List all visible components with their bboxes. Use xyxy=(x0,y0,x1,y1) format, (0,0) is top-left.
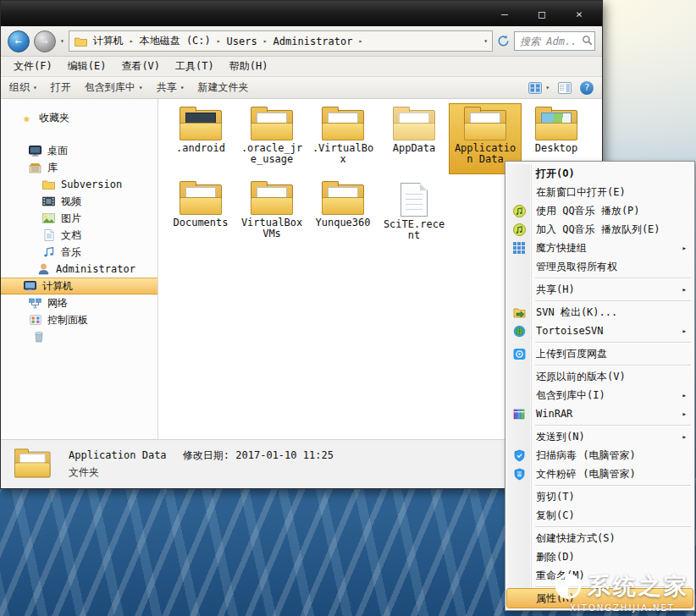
file-documents[interactable]: Documents xyxy=(165,179,236,248)
submenu-arrow-icon: ▸ xyxy=(682,391,687,399)
site-name: 系统之家 xyxy=(588,571,689,602)
menu-item-tortoisesvn[interactable]: TortoiseSVN ▸ xyxy=(507,322,693,340)
minimize-button[interactable]: — xyxy=(497,8,512,20)
address-bar[interactable]: 计算机 ▸ 本地磁盘 (C:) ▸ Users ▸ Administrator … xyxy=(69,30,493,52)
location-folder-icon xyxy=(74,36,88,47)
search-icon xyxy=(582,35,593,48)
menu-item-open-new-window[interactable]: 在新窗口中打开(E) xyxy=(507,183,693,201)
folder-icon xyxy=(251,184,293,215)
menu-item-qq-music-play[interactable]: 使用 QQ音乐 播放(P) xyxy=(507,201,693,220)
details-modified-date: 修改日期: 2017-01-10 11:25 xyxy=(183,449,334,461)
organize-button[interactable]: 组织 ▾ xyxy=(9,80,37,95)
file-yunque360[interactable]: Yunque360 xyxy=(307,179,378,248)
close-button[interactable]: × xyxy=(572,8,587,20)
sidebar-item-videos[interactable]: 视频 xyxy=(1,193,157,210)
folder-icon xyxy=(180,110,222,140)
pc-manager-icon xyxy=(512,448,526,462)
search-box xyxy=(514,31,595,51)
menu-edit[interactable]: 编辑(E) xyxy=(60,58,114,75)
menu-item-cut[interactable]: 剪切(T) xyxy=(507,487,693,506)
menu-item-upload-baidu-netdisk[interactable]: 上传到百度网盘 xyxy=(507,344,693,363)
file-scite-recent[interactable]: SciTE.recent xyxy=(378,179,450,248)
menu-item-winrar[interactable]: WinRAR ▸ xyxy=(507,404,693,423)
file-virtualbox[interactable]: .VirtualBox xyxy=(307,104,378,173)
menu-item-include-in-library[interactable]: 包含到库中(I) ▸ xyxy=(507,386,693,404)
menu-item-copy[interactable]: 复制(C) xyxy=(507,506,693,525)
menu-item-take-ownership[interactable]: 管理员取得所有权 xyxy=(507,257,693,276)
menu-item-svn-checkout[interactable]: SVN 检出(K)... xyxy=(507,303,693,322)
sidebar-item-recycle-bin[interactable] xyxy=(1,328,157,345)
sidebar-item-label: 桌面 xyxy=(47,144,68,158)
share-label: 共享 xyxy=(157,80,177,95)
sidebar-item-pictures[interactable]: 图片 xyxy=(1,210,157,227)
menu-tools[interactable]: 工具(T) xyxy=(168,58,222,75)
forward-button[interactable]: → xyxy=(34,30,56,52)
sidebar-item-subversion[interactable]: Subversion xyxy=(1,176,157,193)
menu-item-create-shortcut[interactable]: 创建快捷方式(S) xyxy=(507,529,693,547)
back-button[interactable]: ← xyxy=(8,30,30,52)
watermark: 系统之家 XITONGZHIJIA.NET xyxy=(555,571,689,613)
share-button[interactable]: 共享 ▾ xyxy=(157,80,185,95)
sidebar-item-network[interactable]: 网络 xyxy=(1,294,157,311)
include-label: 包含到库中 xyxy=(85,80,135,95)
menu-item-mofang-quick-group[interactable]: 魔方快捷组 ▸ xyxy=(507,239,693,257)
menu-item-delete[interactable]: 删除(D) xyxy=(507,547,693,566)
submenu-arrow-icon: ▸ xyxy=(682,327,687,335)
menu-item-scan-virus[interactable]: 扫描病毒 (电脑管家) xyxy=(507,446,693,465)
menu-help[interactable]: 帮助(H) xyxy=(222,58,276,75)
file-android[interactable]: .android xyxy=(165,104,236,173)
sidebar-item-music[interactable]: 音乐 xyxy=(1,244,157,261)
site-url: XITONGZHIJIA.NET xyxy=(555,603,689,613)
include-in-library-button[interactable]: 包含到库中 ▾ xyxy=(85,80,143,95)
menu-item-qq-music-queue[interactable]: 加入 QQ音乐 播放队列(E) xyxy=(507,220,693,239)
breadcrumb-administrator[interactable]: Administrator xyxy=(269,35,357,48)
refresh-icon xyxy=(497,35,510,47)
change-view-button[interactable]: ▾ xyxy=(528,82,550,94)
menu-item-share[interactable]: 共享(H) ▸ xyxy=(507,280,693,299)
menu-item-send-to[interactable]: 发送到(N) ▸ xyxy=(507,427,693,446)
title-bar: — □ × xyxy=(1,1,602,26)
breadcrumb-local-disk-c[interactable]: 本地磁盘 (C:) xyxy=(135,33,215,49)
new-folder-button[interactable]: 新建文件夹 xyxy=(197,80,248,95)
control-panel-icon xyxy=(28,315,42,325)
folder-icon xyxy=(180,184,222,215)
sidebar-item-administrator[interactable]: Administrator xyxy=(1,261,157,278)
file-name: SciTE.recent xyxy=(378,219,450,241)
menu-separator xyxy=(535,526,691,527)
recent-pages-dropdown[interactable]: ▾ xyxy=(60,37,64,45)
menu-item-open[interactable]: 打开(O) xyxy=(507,164,693,183)
menu-item-file-shredder[interactable]: 文件粉碎 (电脑管家) xyxy=(507,465,693,483)
context-menu: 打开(O) 在新窗口中打开(E) 使用 QQ音乐 播放(P) 加入 QQ音乐 播… xyxy=(505,161,695,611)
breadcrumb-separator-icon: ▸ xyxy=(216,37,222,45)
breadcrumb-users[interactable]: Users xyxy=(223,35,262,48)
open-button[interactable]: 打开 xyxy=(51,80,71,95)
preview-pane-button[interactable] xyxy=(558,82,572,94)
documents-icon xyxy=(41,229,56,241)
sidebar-item-documents[interactable]: 文档 xyxy=(1,227,157,244)
help-button[interactable]: ? xyxy=(580,81,594,95)
folder-icon xyxy=(251,110,293,140)
menu-item-restore-previous-versions[interactable]: 还原以前的版本(V) xyxy=(507,367,693,386)
views-icon xyxy=(528,82,542,94)
site-logo-icon xyxy=(555,574,581,599)
sidebar-item-computer[interactable]: 计算机 xyxy=(1,278,157,294)
file-oracle-jre-usage[interactable]: .oracle_jre_usage xyxy=(236,104,307,173)
videos-icon xyxy=(41,196,56,206)
sidebar-item-favorites[interactable]: ★ 收藏夹 xyxy=(1,109,157,126)
libraries-icon xyxy=(28,162,42,173)
sidebar-item-libraries[interactable]: 库 xyxy=(1,159,157,176)
address-history-dropdown[interactable]: ▾ xyxy=(483,37,488,45)
sidebar-item-control-panel[interactable]: 控制面板 xyxy=(1,311,157,328)
menu-file[interactable]: 文件(F) xyxy=(6,58,60,75)
sidebar-item-desktop[interactable]: 桌面 xyxy=(1,142,157,159)
baidu-netdisk-icon xyxy=(512,347,526,360)
breadcrumb-computer[interactable]: 计算机 xyxy=(89,33,128,49)
file-appdata[interactable]: AppData xyxy=(378,104,450,173)
qq-music-icon xyxy=(512,204,526,217)
file-virtualbox-vms[interactable]: VirtualBox VMs xyxy=(236,179,307,248)
refresh-button[interactable] xyxy=(497,35,510,47)
folder-icon xyxy=(322,184,364,215)
back-icon: ← xyxy=(15,35,22,47)
maximize-button[interactable]: □ xyxy=(534,8,550,20)
menu-view[interactable]: 查看(V) xyxy=(113,58,168,75)
